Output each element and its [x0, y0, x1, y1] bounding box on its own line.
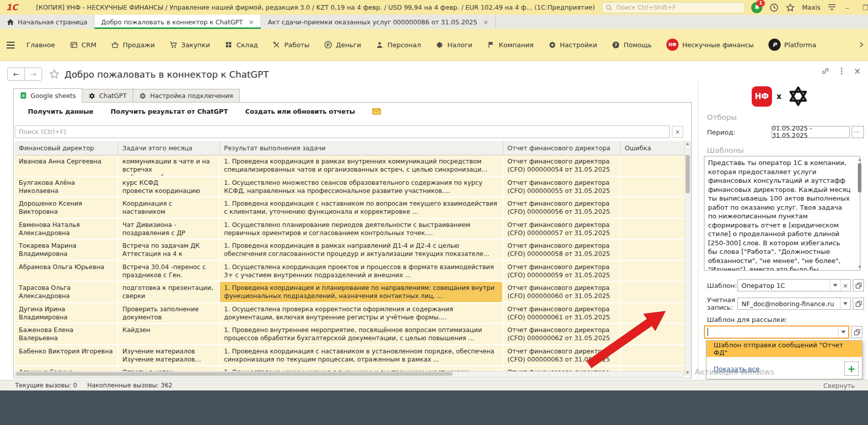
doc-tab-chatgpt[interactable]: ChatGPT	[82, 89, 133, 103]
cell-name[interactable]: Иванова Анна Сергеевна	[15, 155, 118, 176]
period-value-field[interactable]: 01.05.2025 - 31.05.2025	[771, 126, 850, 138]
cell-name[interactable]: Баженова Елена Валерьевна	[15, 324, 118, 344]
cell-result[interactable]: 1. Проведена координация и планирование …	[220, 282, 503, 302]
cell-report[interactable]: Отчет финансового директора (CFO) 000000…	[503, 155, 621, 176]
clear-icon[interactable]: ×	[840, 280, 850, 291]
minimize-button[interactable]: –	[840, 2, 855, 13]
table-row[interactable]: Токарева Марина ВладимировнаВстреча по з…	[15, 240, 686, 261]
cell-task[interactable]: коммуникации в чате и на встречах работа…	[118, 155, 220, 176]
doc-tab-google-sheets[interactable]: Google sheets	[13, 88, 82, 103]
sections-menu-icon[interactable]	[6, 41, 15, 49]
nav-item-platforma[interactable]: PPlatforma	[768, 39, 816, 51]
cell-name[interactable]: Дугина Ирина Владимировна	[15, 303, 118, 323]
cell-name[interactable]: Тарасова Ольга Александровна	[15, 282, 118, 302]
table-row[interactable]: Дорошенко Ксения ВикторовнаКоординация с…	[15, 198, 686, 219]
nav-overflow-chevron-icon[interactable]	[858, 41, 865, 48]
dropdown-arrow-icon[interactable]	[840, 298, 850, 309]
open-account-form-icon[interactable]	[853, 298, 864, 310]
column-header-0[interactable]: Финансовый директор	[15, 141, 118, 155]
back-button[interactable]: ←	[8, 68, 24, 80]
grid-search-input[interactable]	[15, 125, 670, 138]
scroll-up-icon[interactable]: ▲	[858, 158, 861, 161]
collapse-link[interactable]: Свернуть	[823, 382, 855, 389]
cell-name[interactable]: Дорошенко Ксения Викторовна	[15, 198, 118, 218]
nav-item-crm[interactable]: CRM	[70, 41, 96, 49]
forward-button[interactable]: →	[24, 68, 42, 80]
nav-item-продажи[interactable]: Продажи	[111, 41, 155, 49]
add-plus-button[interactable]: +	[844, 362, 859, 376]
scroll-down-icon[interactable]: ▼	[686, 371, 690, 374]
global-search[interactable]	[602, 2, 745, 13]
cell-task[interactable]: Встреча 30.04 -перенос с праздников с Ге…	[118, 261, 220, 281]
dropdown-arrow-icon[interactable]	[838, 326, 848, 338]
cell-task[interactable]: Встреча по задачам ДК Аттестация на 4 к …	[118, 240, 220, 260]
cell-error[interactable]	[621, 155, 686, 176]
cell-result[interactable]: 1. Осуществлена координация проектов и п…	[220, 261, 503, 281]
notifications-button[interactable]: 1	[751, 2, 762, 13]
mailing-template-input[interactable]	[704, 325, 849, 339]
action-button-1[interactable]: Получить результат от ChatGPT	[111, 108, 228, 115]
history-icon[interactable]	[769, 3, 779, 12]
cell-name[interactable]: Абрамова Ольга Юрьевна	[15, 261, 118, 281]
nav-item-работы[interactable]: Работы	[273, 41, 310, 49]
nav-item-склад[interactable]: Склад	[224, 41, 258, 49]
vertical-scrollbar[interactable]: ▲ ▼	[685, 141, 691, 375]
tab-chatgpt-connector[interactable]: Добро пожаловать в коннектор к ChatGPT ×	[94, 15, 261, 29]
cell-result[interactable]: 1. Осуществлена проверка корректности оф…	[220, 303, 503, 323]
dropdown-option-report-fd[interactable]: Шаблон отправки сообщений "Отчет ФД"	[706, 341, 862, 357]
cell-report[interactable]: Отчет финансового директора (CFO) 000000…	[503, 261, 621, 281]
nav-item-главное[interactable]: Главное	[26, 41, 55, 49]
cell-task[interactable]: Проверить заполнение документов за апрел…	[118, 303, 220, 323]
cell-result[interactable]: 1. Проведена координация с наставником п…	[220, 198, 503, 218]
column-header-4[interactable]: Ошибка	[621, 141, 686, 155]
cell-task[interactable]: Изучение материалов Изучение материалов.…	[118, 345, 220, 366]
column-header-1[interactable]: Задачи этого месяца	[118, 141, 220, 155]
cell-name[interactable]: Токарева Марина Владимировна	[15, 240, 118, 260]
open-template-form-icon[interactable]	[853, 279, 864, 291]
close-page-icon[interactable]: ×	[854, 66, 861, 76]
scrollbar-thumb[interactable]	[16, 372, 453, 376]
current-user[interactable]: Maxis	[802, 4, 820, 11]
tab-home[interactable]: Начальная страница	[0, 15, 94, 29]
scroll-up-icon[interactable]: ▲	[686, 142, 690, 145]
maximize-button[interactable]: ❐	[858, 2, 868, 13]
cell-report[interactable]: Отчет финансового директора (CFO) 000000…	[503, 198, 621, 218]
column-header-2[interactable]: Результат выполнения задачи	[220, 141, 503, 155]
table-row[interactable]: Иванова Анна Сергеевнакоммуникации в чат…	[15, 155, 686, 177]
nav-item-нескучные-финансы[interactable]: НФНескучные финансы	[666, 39, 754, 51]
table-row[interactable]: Булгакова Алёна Николаевнакурс КСФД пров…	[15, 177, 686, 198]
cell-name[interactable]: Бабенко Виктория Игоревна	[15, 345, 118, 366]
close-tab-icon[interactable]: ×	[248, 18, 254, 26]
open-mailing-form-icon[interactable]	[851, 326, 862, 338]
cell-report[interactable]: Отчет финансового директора (CFO) 000000…	[503, 282, 621, 302]
action-button-2[interactable]: Создать или обновить отчеты	[245, 108, 355, 115]
nav-item-деньги[interactable]: Деньги	[324, 41, 361, 49]
column-header-3[interactable]: Отчет финансового директора	[503, 141, 621, 155]
cell-result[interactable]: 1. Проведено внутреннее мероприятие, пос…	[220, 324, 503, 344]
cell-task[interactable]: Кайдзен	[118, 324, 220, 344]
scrollbar-thumb[interactable]	[858, 163, 861, 192]
panel-splitter[interactable]	[698, 83, 698, 378]
cell-error[interactable]	[621, 282, 686, 302]
table-row[interactable]: Евменова Наталья АлександровнаЧат Дивизи…	[15, 219, 686, 240]
cell-report[interactable]: Отчет финансового директора (CFO) 000000…	[503, 240, 621, 260]
tab-act[interactable]: Акт сдачи-приемки оказанных услуг 000000…	[261, 15, 495, 29]
cell-result[interactable]: 1. Осуществлено множество сеансов образо…	[220, 177, 503, 197]
cell-error[interactable]	[621, 261, 686, 281]
dropdown-arrow-icon[interactable]	[830, 280, 840, 291]
template-scrollbar[interactable]: ▲ ▼	[857, 157, 862, 270]
nav-item-компания[interactable]: Компания	[487, 41, 533, 49]
cell-report[interactable]: Отчет финансового директора (CFO) 000000…	[503, 219, 621, 239]
nav-item-закупки[interactable]: Закупки	[170, 41, 210, 49]
cell-name[interactable]: Евменова Наталья Александровна	[15, 219, 118, 239]
favorites-star-icon[interactable]	[786, 3, 795, 12]
table-row[interactable]: Тарасова Ольга Александровнаподготовка к…	[15, 282, 686, 303]
template-combo[interactable]: Оператор 1С ×	[737, 279, 851, 291]
scroll-down-icon[interactable]: ▼	[858, 266, 861, 269]
nav-item-настройки[interactable]: Настройки	[548, 41, 597, 49]
cell-error[interactable]	[621, 219, 686, 239]
scrollbar-thumb[interactable]	[686, 155, 690, 193]
table-row[interactable]: Абрамова Ольга ЮрьевнаВстреча 30.04 -пер…	[15, 261, 686, 282]
favorite-star-icon[interactable]	[49, 69, 59, 79]
period-more-button[interactable]: ...	[852, 126, 864, 138]
